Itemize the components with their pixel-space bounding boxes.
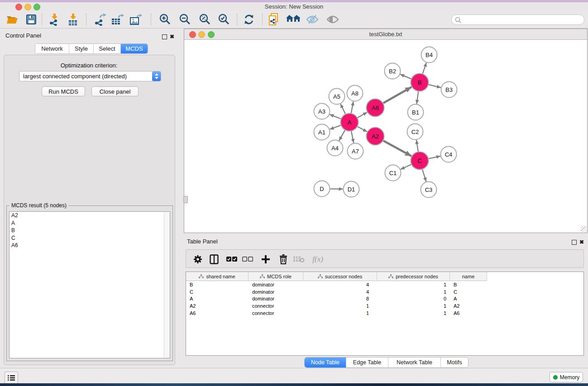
- graph-node-A2[interactable]: A2: [367, 128, 384, 145]
- graph-edge-A-A3[interactable]: [330, 114, 341, 119]
- graph-node-B1[interactable]: B1: [408, 105, 424, 120]
- export-table-icon[interactable]: [110, 12, 125, 27]
- hide-panels-icon[interactable]: [305, 12, 320, 27]
- table-cell[interactable]: 1: [377, 310, 450, 316]
- network-close-button[interactable]: [189, 31, 196, 38]
- split-view-icon[interactable]: [207, 253, 221, 266]
- table-row-A[interactable]: Adominator80A: [186, 295, 583, 303]
- control-panel-close-icon[interactable]: ✖: [170, 32, 174, 40]
- table-cell[interactable]: A6: [186, 310, 249, 316]
- graph-node-C3[interactable]: C3: [421, 182, 437, 198]
- refresh-layout-icon[interactable]: [241, 12, 257, 27]
- column-header-mcds-role[interactable]: MCDS role: [249, 272, 303, 281]
- column-header-name[interactable]: name: [450, 272, 487, 281]
- settings-gear-icon[interactable]: [191, 253, 205, 266]
- table-cell[interactable]: 0: [377, 296, 450, 301]
- graph-edge-A-A6[interactable]: [358, 112, 367, 118]
- graph-edge-B-B2[interactable]: [400, 74, 411, 79]
- table-cell[interactable]: B: [186, 282, 249, 287]
- table-row-C[interactable]: Cdominator41C: [186, 288, 583, 295]
- minimize-window-button[interactable]: [24, 4, 31, 10]
- graph-node-B3[interactable]: B3: [441, 82, 457, 98]
- graph-edge-C-C2[interactable]: [416, 140, 418, 151]
- column-header-successor-nodes[interactable]: successor nodes: [303, 272, 377, 281]
- graph-edge-C-C1[interactable]: [401, 165, 411, 170]
- graph-node-A4[interactable]: A4: [327, 140, 343, 156]
- search-input[interactable]: [463, 16, 584, 24]
- tab-edge-table[interactable]: Edge Table: [346, 357, 388, 367]
- graph-edge-A-A2[interactable]: [358, 127, 367, 132]
- close-panel-button[interactable]: Close panel: [91, 86, 139, 96]
- graph-node-D[interactable]: D: [314, 181, 330, 197]
- delete-column-icon[interactable]: [277, 253, 290, 266]
- table-cell[interactable]: A: [186, 296, 249, 301]
- graph-node-A5[interactable]: A5: [329, 89, 345, 105]
- mcds-result-item[interactable]: A6: [10, 242, 170, 249]
- deselect-all-icon[interactable]: [241, 253, 254, 266]
- graph-node-A8[interactable]: A8: [347, 86, 363, 101]
- table-cell[interactable]: dominator: [249, 296, 303, 301]
- memory-button[interactable]: Memory: [550, 372, 583, 382]
- table-cell[interactable]: 4: [303, 282, 377, 287]
- column-header-predecessor-nodes[interactable]: predecessor nodes: [377, 272, 450, 281]
- table-cell[interactable]: dominator: [249, 282, 303, 287]
- network-graph[interactable]: B4B2BB3A5A8A6A3B1AA1C2A2A4A7C4CC1C3DD1: [184, 40, 587, 233]
- graph-node-A[interactable]: A: [341, 114, 359, 131]
- import-table-icon[interactable]: [65, 12, 81, 27]
- zoom-selected-icon[interactable]: [216, 12, 232, 27]
- tab-motifs[interactable]: Motifs: [440, 357, 468, 367]
- graph-node-A3[interactable]: A3: [314, 104, 330, 119]
- graph-edge-B-B3[interactable]: [429, 85, 441, 88]
- table-row-A6[interactable]: A6connector11A6: [186, 310, 583, 317]
- mcds-result-item[interactable]: A2: [10, 212, 170, 219]
- table-cell[interactable]: A2: [450, 303, 487, 309]
- table-cell[interactable]: 4: [303, 289, 377, 295]
- network-maximize-button[interactable]: [208, 31, 215, 38]
- add-column-icon[interactable]: [259, 253, 272, 266]
- search-field[interactable]: [451, 14, 584, 25]
- zoom-in-icon[interactable]: [158, 12, 173, 27]
- graph-node-A7[interactable]: A7: [348, 143, 363, 159]
- table-row-A2[interactable]: A2connector11A2: [186, 302, 583, 310]
- mcds-result-item[interactable]: B: [10, 227, 170, 234]
- table-cell[interactable]: 1: [303, 303, 377, 309]
- graph-node-D1[interactable]: D1: [344, 181, 359, 197]
- graph-edge-A2-C[interactable]: [383, 141, 411, 156]
- graph-node-C1[interactable]: C1: [385, 165, 401, 181]
- table-row-B[interactable]: Bdominator41B: [186, 281, 583, 288]
- table-cell[interactable]: dominator: [249, 289, 303, 295]
- tab-style[interactable]: Style: [69, 44, 93, 53]
- table-cell[interactable]: connector: [249, 303, 303, 309]
- column-header-shared-name[interactable]: shared name: [186, 272, 249, 281]
- table-cell[interactable]: 1: [377, 282, 450, 287]
- graph-edge-A6-B[interactable]: [383, 87, 411, 103]
- graph-node-A1[interactable]: A1: [314, 124, 330, 140]
- tab-node-table[interactable]: Node Table: [305, 357, 346, 367]
- show-panels-icon[interactable]: [325, 12, 340, 27]
- import-network-icon[interactable]: [47, 12, 62, 27]
- mcds-result-item[interactable]: A: [10, 219, 170, 227]
- table-cell[interactable]: C: [450, 289, 487, 295]
- tab-mcds[interactable]: MCDS: [120, 44, 148, 53]
- table-cell[interactable]: A: [450, 296, 487, 301]
- close-window-button[interactable]: [15, 4, 22, 10]
- graph-node-B2[interactable]: B2: [385, 63, 401, 79]
- save-session-icon[interactable]: [24, 12, 39, 27]
- open-session-icon[interactable]: [5, 12, 20, 27]
- table-cell[interactable]: A2: [186, 303, 249, 309]
- graph-node-B4[interactable]: B4: [421, 47, 437, 63]
- graph-node-C2[interactable]: C2: [407, 124, 423, 140]
- copy-document-icon[interactable]: [266, 12, 282, 27]
- export-network-icon[interactable]: [92, 12, 108, 27]
- task-history-button[interactable]: [5, 372, 18, 384]
- graph-edge-A-A7[interactable]: [351, 131, 354, 143]
- tab-network-table[interactable]: Network Table: [388, 357, 440, 367]
- table-cell[interactable]: 1: [377, 303, 450, 309]
- table-cell[interactable]: 1: [303, 310, 377, 316]
- run-mcds-button[interactable]: Run MCDS: [42, 86, 85, 96]
- graph-node-A6[interactable]: A6: [367, 99, 384, 117]
- maximize-window-button[interactable]: [33, 4, 40, 10]
- graph-edge-B-B4[interactable]: [423, 62, 426, 73]
- table-cell[interactable]: 8: [303, 296, 377, 301]
- mcds-result-list[interactable]: A2ABCA6: [9, 211, 170, 358]
